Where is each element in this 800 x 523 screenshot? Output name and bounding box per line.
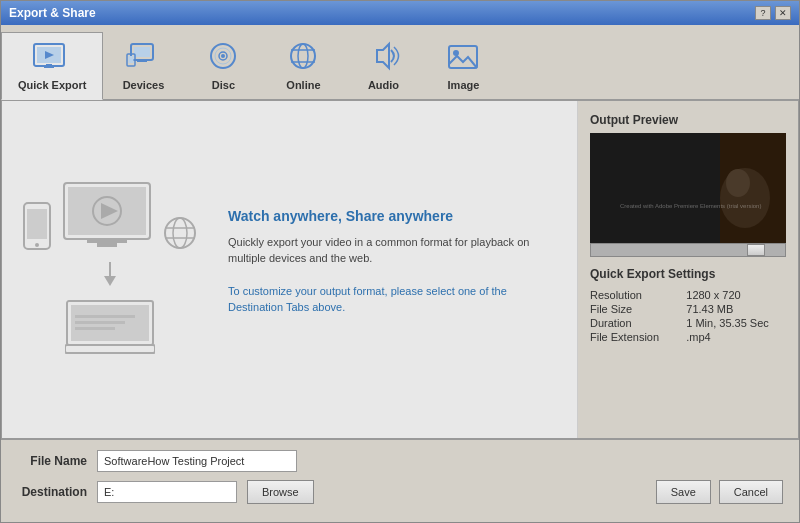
disc-icon	[203, 39, 243, 75]
file-extension-value: .mp4	[686, 331, 786, 343]
image-icon	[443, 39, 483, 75]
tab-audio-label: Audio	[368, 79, 399, 91]
title-bar: Export & Share ? ✕	[1, 1, 799, 25]
svg-rect-42	[75, 321, 125, 324]
arrow-down	[100, 262, 120, 291]
file-size-label: File Size	[590, 303, 676, 315]
main-heading: Watch anywhere, Share anywhere	[228, 208, 557, 224]
svg-point-20	[453, 50, 459, 56]
preview-slider[interactable]	[590, 243, 786, 257]
tab-image[interactable]: Image	[423, 32, 503, 100]
close-button[interactable]: ✕	[775, 6, 791, 20]
svg-rect-22	[27, 209, 47, 239]
tab-online-label: Online	[286, 79, 320, 91]
resolution-label: Resolution	[590, 289, 676, 301]
svg-rect-4	[46, 64, 52, 66]
browse-button[interactable]: Browse	[247, 480, 314, 504]
svg-rect-3	[44, 66, 54, 68]
help-button[interactable]: ?	[755, 6, 771, 20]
svg-marker-18	[377, 44, 389, 68]
svg-point-48	[726, 169, 750, 197]
devices-icon	[123, 39, 163, 75]
svg-rect-9	[129, 56, 134, 63]
right-panel: Output Preview Created with Adobe Premie…	[578, 101, 798, 438]
svg-rect-6	[134, 47, 150, 57]
file-name-input[interactable]	[97, 450, 297, 472]
quick-export-icon	[32, 39, 72, 75]
svg-rect-43	[75, 327, 115, 330]
save-button[interactable]: Save	[656, 480, 711, 504]
resolution-value: 1280 x 720	[686, 289, 786, 301]
content-area: Watch anywhere, Share anywhere Quickly e…	[1, 100, 799, 439]
main-description: Quickly export your video in a common fo…	[228, 234, 557, 267]
devices-illustration	[22, 181, 198, 358]
laptop-illustration	[65, 299, 155, 358]
svg-point-23	[35, 243, 39, 247]
left-panel: Watch anywhere, Share anywhere Quickly e…	[2, 101, 578, 438]
text-section: Watch anywhere, Share anywhere Quickly e…	[228, 208, 557, 332]
svg-point-13	[221, 54, 225, 58]
file-size-value: 71.43 MB	[686, 303, 786, 315]
file-name-row: File Name	[17, 450, 783, 472]
cancel-button[interactable]: Cancel	[719, 480, 783, 504]
file-extension-label: File Extension	[590, 331, 676, 343]
customize-text: To customize your output format, please …	[228, 283, 557, 316]
audio-icon	[363, 39, 403, 75]
settings-title: Quick Export Settings	[590, 267, 786, 281]
export-share-dialog: Export & Share ? ✕ Quick Export	[0, 0, 800, 523]
tab-disc[interactable]: Disc	[183, 32, 263, 100]
svg-point-32	[165, 218, 195, 248]
preview-slider-thumb[interactable]	[747, 244, 765, 256]
dialog-title: Export & Share	[9, 6, 96, 20]
output-preview-section: Output Preview Created with Adobe Premie…	[590, 113, 786, 257]
tab-bar: Quick Export Devices	[1, 25, 799, 100]
globe-illustration	[162, 215, 198, 254]
svg-rect-45	[590, 133, 720, 243]
online-icon	[283, 39, 323, 75]
svg-rect-31	[97, 243, 117, 247]
title-bar-controls: ? ✕	[755, 6, 791, 20]
svg-rect-41	[75, 315, 135, 318]
svg-point-14	[291, 44, 315, 68]
tab-quick-export-label: Quick Export	[18, 79, 86, 91]
svg-point-33	[173, 218, 187, 248]
file-name-label: File Name	[17, 454, 87, 468]
monitor-illustration	[62, 181, 152, 254]
svg-rect-40	[65, 345, 155, 353]
phone-illustration	[22, 201, 52, 254]
svg-marker-37	[104, 276, 116, 286]
quick-export-settings: Quick Export Settings Resolution 1280 x …	[590, 267, 786, 343]
svg-rect-30	[87, 239, 127, 243]
left-inner: Watch anywhere, Share anywhere Quickly e…	[22, 181, 557, 358]
output-preview-title: Output Preview	[590, 113, 786, 127]
tab-audio[interactable]: Audio	[343, 32, 423, 100]
duration-value: 1 Min, 35.35 Sec	[686, 317, 786, 329]
preview-box: Created with Adobe Premiere Elements (tr…	[590, 133, 786, 243]
destination-row: Destination Browse Save Cancel	[17, 480, 783, 504]
svg-text:Created with Adobe Premiere El: Created with Adobe Premiere Elements (tr…	[620, 203, 761, 209]
tab-devices[interactable]: Devices	[103, 32, 183, 100]
svg-rect-19	[449, 46, 477, 68]
tab-devices-label: Devices	[123, 79, 165, 91]
tab-quick-export[interactable]: Quick Export	[1, 32, 103, 100]
tab-disc-label: Disc	[212, 79, 235, 91]
svg-rect-7	[137, 60, 147, 62]
tab-image-label: Image	[448, 79, 480, 91]
svg-point-15	[298, 44, 308, 68]
destination-input[interactable]	[97, 481, 237, 503]
tab-online[interactable]: Online	[263, 32, 343, 100]
destination-label: Destination	[17, 485, 87, 499]
illus-top-row	[22, 181, 198, 254]
duration-label: Duration	[590, 317, 676, 329]
bottom-bar: File Name Destination Browse Save Cancel	[1, 439, 799, 522]
settings-table: Resolution 1280 x 720 File Size 71.43 MB…	[590, 289, 786, 343]
